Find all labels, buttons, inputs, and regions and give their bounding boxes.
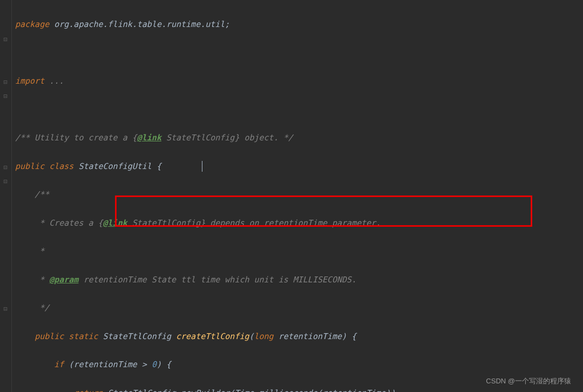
folded-import[interactable]: ... <box>44 76 64 86</box>
gutter <box>0 0 12 392</box>
param-name: retentionTime <box>279 332 342 341</box>
javadoc-line: * <box>15 246 44 256</box>
javadoc-line: * @param retentionTime State ttl time wh… <box>15 275 356 285</box>
fold-icon[interactable] <box>2 36 9 43</box>
class-name: StateConfigUtil <box>78 161 157 171</box>
watermark-text: CSDN @一个写湿的程序猿 <box>486 375 571 388</box>
keyword-import: import <box>15 76 44 86</box>
javadoc-close: */ <box>15 303 49 313</box>
cursor-icon <box>202 161 202 172</box>
class-javadoc: /** Utility to create a {@link StateTtlC… <box>15 133 293 143</box>
package-name: org.apache.flink.table.runtime.util; <box>49 19 229 29</box>
fold-icon[interactable] <box>2 164 9 171</box>
link-tag: @link <box>103 218 127 228</box>
code-editor[interactable]: package org.apache.flink.table.runtime.u… <box>12 0 583 392</box>
return-type: StateTtlConfig <box>103 332 176 341</box>
keyword-if: if <box>54 360 69 369</box>
fold-icon[interactable] <box>2 178 9 185</box>
keyword-public: public <box>15 161 49 171</box>
param-tag: @param <box>49 275 78 285</box>
keyword-public: public <box>35 332 69 341</box>
javadoc-open: /** <box>15 190 49 199</box>
static-method-newBuilder: newBuilder <box>181 388 229 392</box>
fold-icon[interactable] <box>2 305 9 313</box>
keyword-return: return <box>73 388 107 392</box>
link-tag: @link <box>137 133 161 143</box>
static-method-milliseconds: milliseconds <box>259 388 317 392</box>
fold-icon[interactable] <box>2 92 9 100</box>
javadoc-line: * Creates a {@link StateTtlConfig} depen… <box>15 218 381 228</box>
number-literal: 0 <box>152 360 157 369</box>
fold-icon[interactable] <box>2 78 9 86</box>
method-name-createTtlConfig: createTtlConfig <box>176 332 249 341</box>
brace: { <box>157 161 161 171</box>
keyword-static: static <box>69 332 103 341</box>
keyword-package: package <box>15 19 49 29</box>
keyword-class: class <box>49 161 78 171</box>
keyword-long: long <box>254 332 279 341</box>
